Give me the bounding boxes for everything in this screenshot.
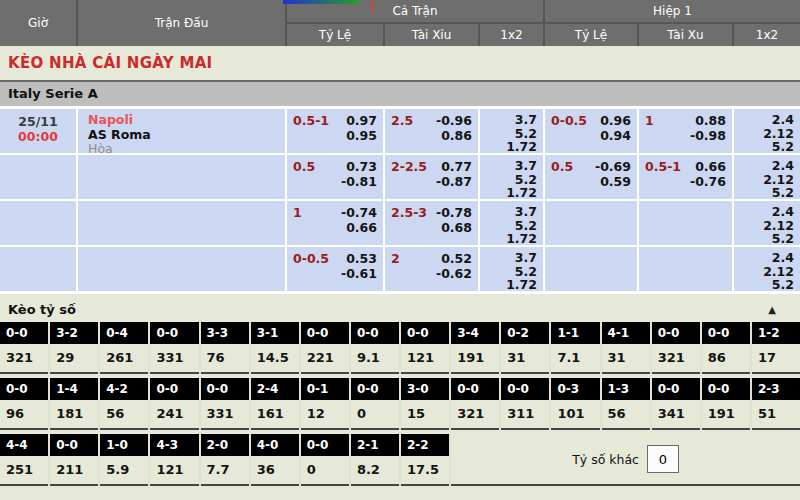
score-cell[interactable]: 2-2: [401, 434, 449, 456]
odds-cell-ft_ou[interactable]: 2-2.50.77-0.87: [385, 155, 478, 199]
score-odd-cell[interactable]: 36: [251, 456, 299, 486]
score-cell[interactable]: 1-4: [50, 378, 98, 400]
score-cell[interactable]: 0-0: [150, 378, 198, 400]
score-odd-cell[interactable]: 56: [100, 400, 148, 430]
score-odd-cell[interactable]: 251: [0, 456, 48, 486]
score-odd-cell[interactable]: 321: [652, 344, 700, 374]
odds-cell-ft_ou[interactable]: 20.52-0.62: [385, 247, 478, 291]
other-score-input[interactable]: [647, 445, 679, 473]
score-odd-cell[interactable]: 121: [150, 456, 198, 486]
score-cell[interactable]: 2-0: [201, 434, 249, 456]
score-cell[interactable]: 0-0: [50, 434, 98, 456]
odds-cell-ft_ou[interactable]: 2.5-0.960.86: [385, 109, 478, 153]
score-odd-cell[interactable]: 86: [702, 344, 750, 374]
match-cell[interactable]: NapoliAS RomaHòa: [78, 109, 285, 153]
odds-cell-ft_1x2[interactable]: 3.75.21.72: [480, 247, 543, 291]
odds-cell-ft_ou[interactable]: 2.5-3-0.780.68: [385, 201, 478, 245]
odds-cell-h1_hdp[interactable]: 0.5-0.690.59: [545, 155, 637, 199]
score-odd-cell[interactable]: 14.5: [251, 344, 299, 374]
score-cell[interactable]: 3-1: [251, 322, 299, 344]
score-odd-cell[interactable]: 311: [501, 400, 549, 430]
odds-cell-h1_hdp[interactable]: 0-0.50.960.94: [545, 109, 637, 153]
score-cell[interactable]: 0-0: [702, 378, 750, 400]
score-cell[interactable]: 0-0: [301, 322, 349, 344]
odds-cell-ft_hdp[interactable]: 1-0.740.66: [287, 201, 383, 245]
score-cell[interactable]: 4-1: [602, 322, 650, 344]
score-odd-cell[interactable]: 31: [602, 344, 650, 374]
odds-cell-h1_ou[interactable]: 0.5-10.66-0.76: [639, 155, 732, 199]
odds-cell-h1_hdp[interactable]: [545, 247, 637, 291]
score-odd-cell[interactable]: 191: [702, 400, 750, 430]
score-cell[interactable]: 1-2: [752, 322, 800, 344]
score-odd-cell[interactable]: 12: [301, 400, 349, 430]
score-odd-cell[interactable]: 17.5: [401, 456, 449, 486]
score-odd-cell[interactable]: 121: [401, 344, 449, 374]
score-cell[interactable]: 2-4: [251, 378, 299, 400]
score-odd-cell[interactable]: 56: [602, 400, 650, 430]
odds-cell-ft_hdp[interactable]: 0.50.73-0.81: [287, 155, 383, 199]
score-odd-cell[interactable]: 0: [301, 456, 349, 486]
score-odd-cell[interactable]: 76: [201, 344, 249, 374]
odds-cell-ft_1x2[interactable]: 3.75.21.72: [480, 201, 543, 245]
score-cell[interactable]: 4-0: [251, 434, 299, 456]
score-cell[interactable]: 0-4: [100, 322, 148, 344]
score-cell[interactable]: 4-4: [0, 434, 48, 456]
score-odd-cell[interactable]: 321: [451, 400, 499, 430]
score-cell[interactable]: 3-3: [201, 322, 249, 344]
score-cell[interactable]: 0-0: [351, 378, 399, 400]
score-odd-cell[interactable]: 51: [752, 400, 800, 430]
score-cell[interactable]: 0-0: [501, 378, 549, 400]
score-cell[interactable]: 0-0: [652, 378, 700, 400]
score-cell[interactable]: 2-3: [752, 378, 800, 400]
score-cell[interactable]: 0-0: [702, 322, 750, 344]
score-odd-cell[interactable]: 241: [150, 400, 198, 430]
score-odd-cell[interactable]: 321: [0, 344, 48, 374]
score-odd-cell[interactable]: 7.7: [201, 456, 249, 486]
odds-cell-ft_1x2[interactable]: 3.75.21.72: [480, 109, 543, 153]
score-cell[interactable]: 0-0: [301, 434, 349, 456]
score-cell[interactable]: 3-4: [451, 322, 499, 344]
score-odd-cell[interactable]: 161: [251, 400, 299, 430]
score-cell[interactable]: 0-0: [451, 378, 499, 400]
score-odd-cell[interactable]: 5.9: [100, 456, 148, 486]
score-odd-cell[interactable]: 191: [451, 344, 499, 374]
score-cell[interactable]: 0-0: [201, 378, 249, 400]
odds-cell-h1_1x2[interactable]: 2.42.125.2: [734, 247, 800, 291]
score-odd-cell[interactable]: 331: [150, 344, 198, 374]
score-odd-cell[interactable]: 0: [351, 400, 399, 430]
score-cell[interactable]: 4-3: [150, 434, 198, 456]
score-cell[interactable]: 0-0: [401, 322, 449, 344]
score-odd-cell[interactable]: 101: [551, 400, 599, 430]
score-cell[interactable]: 0-0: [351, 322, 399, 344]
score-cell[interactable]: 3-0: [401, 378, 449, 400]
score-cell[interactable]: 0-0: [652, 322, 700, 344]
home-team[interactable]: Napoli: [88, 113, 285, 128]
odds-cell-h1_1x2[interactable]: 2.42.125.2: [734, 201, 800, 245]
score-odd-cell[interactable]: 331: [201, 400, 249, 430]
score-cell[interactable]: 0-3: [551, 378, 599, 400]
score-odd-cell[interactable]: 211: [50, 456, 98, 486]
score-odd-cell[interactable]: 221: [301, 344, 349, 374]
score-cell[interactable]: 0-0: [0, 378, 48, 400]
score-odd-cell[interactable]: 7.1: [551, 344, 599, 374]
score-cell[interactable]: 0-0: [0, 322, 48, 344]
score-odd-cell[interactable]: 261: [100, 344, 148, 374]
odds-cell-ft_1x2[interactable]: 3.75.21.72: [480, 155, 543, 199]
score-odd-cell[interactable]: 181: [50, 400, 98, 430]
score-cell[interactable]: 1-1: [551, 322, 599, 344]
score-cell[interactable]: 1-0: [100, 434, 148, 456]
score-cell[interactable]: 0-1: [301, 378, 349, 400]
score-cell[interactable]: 1-3: [602, 378, 650, 400]
score-cell[interactable]: 4-2: [100, 378, 148, 400]
score-odd-cell[interactable]: 31: [501, 344, 549, 374]
score-odd-cell[interactable]: 9.1: [351, 344, 399, 374]
score-cell[interactable]: 0-0: [150, 322, 198, 344]
odds-cell-h1_hdp[interactable]: [545, 201, 637, 245]
collapse-arrow-icon[interactable]: ▲: [768, 304, 792, 315]
score-odd-cell[interactable]: 96: [0, 400, 48, 430]
score-cell[interactable]: 3-2: [50, 322, 98, 344]
score-odd-cell[interactable]: 29: [50, 344, 98, 374]
score-odd-cell[interactable]: 8.2: [351, 456, 399, 486]
odds-cell-ft_hdp[interactable]: 0-0.50.53-0.61: [287, 247, 383, 291]
score-cell[interactable]: 2-1: [351, 434, 399, 456]
